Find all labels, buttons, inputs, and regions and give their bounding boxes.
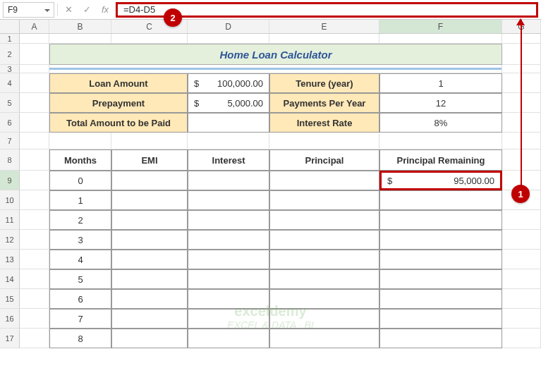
total-amount-value[interactable] — [188, 113, 269, 133]
tenure-label[interactable]: Tenure (year) — [269, 73, 379, 93]
th-interest[interactable]: Interest — [188, 149, 269, 171]
cell[interactable] — [269, 34, 379, 44]
col-header-a[interactable]: A — [20, 20, 49, 33]
cell[interactable] — [188, 133, 269, 149]
emi-cell[interactable] — [111, 329, 188, 348]
cell[interactable] — [502, 269, 541, 289]
cell[interactable] — [502, 329, 541, 348]
remaining-cell[interactable] — [379, 309, 502, 329]
emi-cell[interactable] — [111, 269, 188, 289]
row-header-8[interactable]: 8 — [0, 149, 20, 171]
th-months[interactable]: Months — [49, 149, 111, 171]
prepayment-label[interactable]: Prepayment — [49, 93, 188, 113]
cell[interactable] — [20, 210, 49, 230]
row-header-10[interactable]: 10 — [0, 190, 20, 210]
cell[interactable] — [502, 230, 541, 250]
month-cell[interactable]: 6 — [49, 289, 111, 309]
loan-amount-label[interactable]: Loan Amount — [49, 73, 188, 93]
interest-cell[interactable] — [188, 309, 269, 329]
cell[interactable] — [20, 65, 49, 73]
row-header-16[interactable]: 16 — [0, 309, 20, 329]
interest-cell[interactable] — [188, 289, 269, 309]
remaining-cell[interactable] — [379, 289, 502, 309]
principal-cell[interactable] — [269, 289, 379, 309]
col-header-f[interactable]: F — [379, 20, 502, 33]
emi-cell[interactable] — [111, 210, 188, 230]
month-cell[interactable]: 5 — [49, 269, 111, 289]
fx-icon[interactable]: fx — [97, 2, 113, 18]
cell[interactable] — [20, 250, 49, 269]
th-remaining[interactable]: Principal Remaining — [379, 149, 502, 171]
enter-icon[interactable]: ✓ — [79, 2, 95, 18]
col-header-b[interactable]: B — [49, 20, 111, 33]
interest-cell[interactable] — [188, 269, 269, 289]
remaining-cell[interactable] — [379, 329, 502, 348]
cell[interactable] — [49, 133, 111, 149]
emi-cell[interactable] — [111, 309, 188, 329]
interest-cell[interactable] — [188, 190, 269, 210]
interest-cell[interactable] — [188, 210, 269, 230]
emi-cell[interactable] — [111, 250, 188, 269]
cell[interactable] — [20, 329, 49, 348]
th-emi[interactable]: EMI — [111, 149, 188, 171]
cell[interactable] — [20, 93, 49, 113]
title-cell[interactable]: Home Loan Calculator — [49, 44, 502, 65]
month-cell[interactable]: 7 — [49, 309, 111, 329]
emi-cell[interactable] — [111, 289, 188, 309]
select-all-corner[interactable] — [0, 20, 20, 33]
principal-cell[interactable] — [269, 269, 379, 289]
month-cell[interactable]: 1 — [49, 190, 111, 210]
row-header-5[interactable]: 5 — [0, 93, 20, 113]
row-header-2[interactable]: 2 — [0, 44, 20, 65]
selected-cell-f9[interactable]: $95,000.00 — [379, 171, 502, 190]
cell[interactable] — [20, 289, 49, 309]
total-amount-label[interactable]: Total Amount to be Paid — [49, 113, 188, 133]
cell[interactable] — [20, 190, 49, 210]
cell[interactable] — [20, 44, 49, 65]
cell[interactable] — [49, 34, 111, 44]
row-header-15[interactable]: 15 — [0, 289, 20, 309]
cell[interactable] — [502, 289, 541, 309]
row-header-3[interactable]: 3 — [0, 65, 20, 73]
month-cell[interactable]: 2 — [49, 210, 111, 230]
interest-cell[interactable] — [188, 329, 269, 348]
month-cell[interactable]: 4 — [49, 250, 111, 269]
cell[interactable] — [188, 34, 269, 44]
interest-cell[interactable] — [188, 171, 269, 190]
principal-cell[interactable] — [269, 309, 379, 329]
row-header-7[interactable]: 7 — [0, 133, 20, 149]
row-header-12[interactable]: 12 — [0, 230, 20, 250]
cell[interactable] — [20, 269, 49, 289]
emi-cell[interactable] — [111, 230, 188, 250]
name-box[interactable]: F9 — [3, 2, 54, 18]
remaining-cell[interactable] — [379, 210, 502, 230]
cancel-icon[interactable]: ✕ — [61, 2, 76, 18]
cell[interactable] — [111, 133, 188, 149]
row-header-14[interactable]: 14 — [0, 269, 20, 289]
principal-cell[interactable] — [269, 171, 379, 190]
cell[interactable] — [379, 133, 502, 149]
payments-label[interactable]: Payments Per Year — [269, 93, 379, 113]
rate-label[interactable]: Interest Rate — [269, 113, 379, 133]
cell[interactable] — [20, 133, 49, 149]
row-header-1[interactable]: 1 — [0, 34, 20, 44]
prepayment-value[interactable]: $5,000.00 — [188, 93, 269, 113]
row-header-17[interactable]: 17 — [0, 329, 20, 348]
row-header-13[interactable]: 13 — [0, 250, 20, 269]
month-cell[interactable]: 3 — [49, 230, 111, 250]
th-principal[interactable]: Principal — [269, 149, 379, 171]
row-header-11[interactable]: 11 — [0, 210, 20, 230]
cell[interactable] — [111, 34, 188, 44]
principal-cell[interactable] — [269, 190, 379, 210]
cell[interactable] — [20, 113, 49, 133]
cell[interactable] — [269, 133, 379, 149]
cell[interactable] — [20, 149, 49, 171]
cell[interactable] — [20, 230, 49, 250]
row-header-9[interactable]: 9 — [0, 171, 20, 190]
remaining-cell[interactable] — [379, 230, 502, 250]
month-cell[interactable]: 8 — [49, 329, 111, 348]
principal-cell[interactable] — [269, 230, 379, 250]
emi-cell[interactable] — [111, 171, 188, 190]
cell[interactable] — [20, 309, 49, 329]
cell[interactable] — [379, 34, 502, 44]
